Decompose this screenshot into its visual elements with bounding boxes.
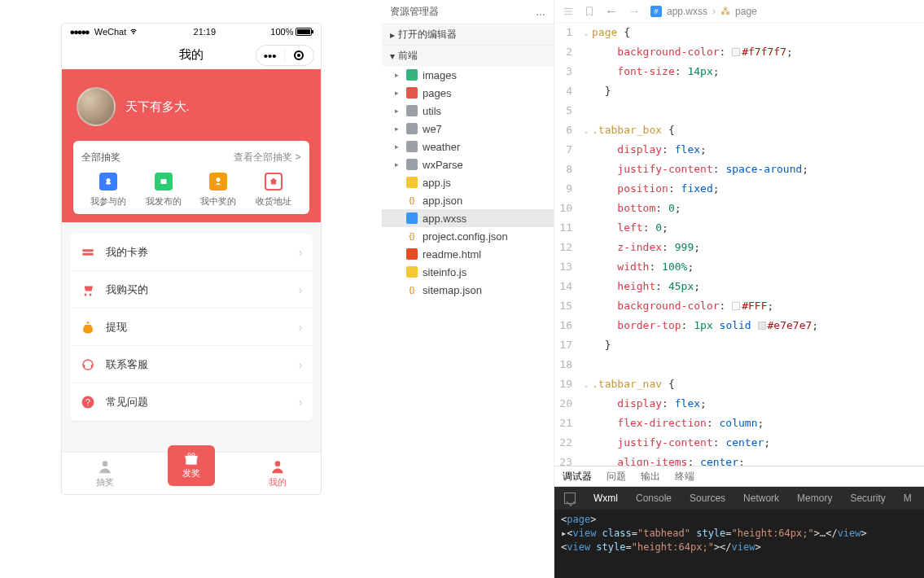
devtools-tab[interactable]: M bbox=[904, 493, 912, 504]
tab-mine[interactable]: 我的 bbox=[234, 453, 321, 494]
chevron-right-icon: › bbox=[299, 396, 303, 409]
menu-item-label: 我购买的 bbox=[106, 282, 148, 297]
clock: 21:19 bbox=[194, 27, 217, 37]
devtools-tab[interactable]: Console bbox=[636, 493, 672, 504]
nav-forward-icon[interactable]: → bbox=[628, 4, 641, 19]
menu-item-label: 提现 bbox=[106, 320, 127, 335]
svg-point-0 bbox=[107, 178, 111, 182]
breadcrumb-symbol[interactable]: page bbox=[735, 6, 757, 17]
tab-label: 发奖 bbox=[182, 467, 200, 479]
explorer-pane: 资源管理器 … ▸打开的编辑器 ▾前端 ▸ images▸ pages▸ uti… bbox=[382, 0, 554, 578]
menu-card: 我的卡券› 我购买的› 提现› 联系客服› ? 常见问题› bbox=[70, 234, 313, 421]
battery-pct: 100% bbox=[270, 27, 293, 37]
panel-tab[interactable]: 终端 bbox=[675, 470, 694, 484]
wxss-icon: # bbox=[650, 6, 662, 17]
tabbar: 抽奖 发奖 我的 bbox=[62, 452, 321, 494]
file-app.json[interactable]: app.json bbox=[382, 191, 554, 209]
lottery-cell-address[interactable]: 收货地址 bbox=[256, 173, 291, 208]
breadcrumb-file[interactable]: app.wxss bbox=[667, 6, 707, 17]
svg-rect-11 bbox=[190, 456, 192, 465]
capsule-close[interactable] bbox=[285, 50, 313, 60]
nickname: 天下有多大. bbox=[125, 99, 190, 115]
file-readme.html[interactable]: readme.html bbox=[382, 245, 554, 263]
cart-icon bbox=[80, 282, 96, 298]
coins-icon bbox=[99, 173, 117, 190]
svg-rect-3 bbox=[82, 249, 94, 252]
wifi-icon bbox=[129, 28, 138, 36]
svg-text:?: ? bbox=[85, 397, 90, 407]
panel-tab[interactable]: 调试器 bbox=[563, 470, 592, 484]
moneybag-icon bbox=[80, 319, 96, 335]
menu-item-withdraw[interactable]: 提现› bbox=[70, 309, 313, 346]
file-project.config.json[interactable]: project.config.json bbox=[382, 227, 554, 245]
file-pages[interactable]: ▸ pages bbox=[382, 84, 554, 102]
file-weather[interactable]: ▸ weather bbox=[382, 138, 554, 155]
avatar[interactable] bbox=[77, 87, 116, 126]
devtools-tab[interactable]: Network bbox=[743, 493, 779, 504]
menu-item-purchased[interactable]: 我购买的› bbox=[70, 271, 313, 309]
file-utils[interactable]: ▸ utils bbox=[382, 102, 554, 120]
explorer-section-project[interactable]: ▾前端 bbox=[382, 45, 554, 66]
file-we7[interactable]: ▸ we7 bbox=[382, 120, 554, 138]
lottery-cell-label: 我参与的 bbox=[90, 195, 126, 208]
simulator-pane: WeChat 21:19 100% 我的 ••• bbox=[0, 0, 382, 578]
chevron-right-icon: › bbox=[299, 246, 303, 259]
file-images[interactable]: ▸ images bbox=[382, 66, 554, 84]
file-app.wxss[interactable]: app.wxss bbox=[382, 209, 554, 227]
capsule: ••• bbox=[256, 45, 314, 66]
menu-item-label: 联系客服 bbox=[106, 357, 148, 372]
page-title: 我的 bbox=[179, 47, 204, 63]
explorer-section-open-editors[interactable]: ▸打开的编辑器 bbox=[382, 24, 554, 45]
lottery-cell-won[interactable]: 我中奖的 bbox=[200, 173, 236, 208]
nav-bar: 我的 ••• bbox=[62, 40, 321, 69]
panel-tab[interactable]: 输出 bbox=[641, 470, 660, 484]
signal-icon bbox=[70, 27, 92, 37]
devtools-tab[interactable]: Wxml bbox=[593, 493, 618, 504]
file-app.js[interactable]: app.js bbox=[382, 173, 554, 191]
svg-point-13 bbox=[191, 453, 194, 456]
svg-rect-2 bbox=[160, 179, 166, 184]
phone-frame: WeChat 21:19 100% 我的 ••• bbox=[61, 23, 322, 495]
svg-point-12 bbox=[187, 453, 190, 456]
devtools-tab[interactable]: Sources bbox=[690, 493, 725, 504]
devtools-tab[interactable]: Memory bbox=[797, 493, 832, 504]
menu-item-support[interactable]: 联系客服› bbox=[70, 346, 313, 383]
list-icon[interactable] bbox=[563, 6, 574, 17]
bookmark-icon[interactable] bbox=[584, 6, 595, 17]
lottery-cell-published[interactable]: 我发布的 bbox=[146, 173, 182, 208]
nav-back-icon[interactable]: ← bbox=[605, 4, 618, 19]
menu-item-faq[interactable]: ? 常见问题› bbox=[70, 383, 313, 421]
menu-item-label: 我的卡券 bbox=[106, 245, 148, 260]
question-icon: ? bbox=[80, 394, 96, 410]
menu-item-coupons[interactable]: 我的卡券› bbox=[70, 234, 313, 271]
lottery-cell-joined[interactable]: 我参与的 bbox=[90, 173, 126, 208]
svg-point-1 bbox=[106, 182, 111, 185]
devtools-tab[interactable]: Security bbox=[850, 493, 885, 504]
tab-label: 我的 bbox=[269, 476, 287, 488]
file-tree: ▸ images▸ pages▸ utils▸ we7▸ weather▸ wx… bbox=[382, 66, 554, 299]
tab-lottery[interactable]: 抽奖 bbox=[62, 453, 148, 494]
file-siteinfo.js[interactable]: siteinfo.js bbox=[382, 263, 554, 281]
user-icon bbox=[269, 458, 286, 475]
house-icon bbox=[265, 173, 282, 190]
headset-icon bbox=[80, 357, 96, 373]
explorer-title: 资源管理器 bbox=[390, 5, 439, 19]
element-picker-icon[interactable] bbox=[564, 493, 576, 504]
trophy-icon bbox=[209, 173, 227, 190]
bottom-panel-tabs: 调试器问题输出终端 bbox=[554, 466, 924, 487]
explorer-more-icon[interactable]: … bbox=[536, 7, 545, 18]
carrier-label: WeChat bbox=[94, 27, 127, 37]
wxml-tree[interactable]: <page>▸<view class="tabhead" style="heig… bbox=[554, 510, 924, 578]
card-icon bbox=[80, 244, 96, 261]
capsule-menu[interactable]: ••• bbox=[256, 49, 285, 63]
chevron-right-icon: › bbox=[299, 321, 303, 334]
file-sitemap.json[interactable]: sitemap.json bbox=[382, 281, 554, 299]
lottery-cell-label: 我发布的 bbox=[146, 195, 182, 208]
tab-publish[interactable]: 发奖 bbox=[148, 444, 234, 486]
file-wxParse[interactable]: ▸ wxParse bbox=[382, 155, 554, 173]
panel-tab[interactable]: 问题 bbox=[607, 470, 626, 484]
gift-icon bbox=[183, 451, 199, 467]
lottery-cell-label: 收货地址 bbox=[256, 195, 291, 208]
lottery-more-link[interactable]: 查看全部抽奖 > bbox=[234, 151, 300, 164]
devtools-tabs: WxmlConsoleSourcesNetworkMemorySecurityM bbox=[554, 487, 924, 510]
